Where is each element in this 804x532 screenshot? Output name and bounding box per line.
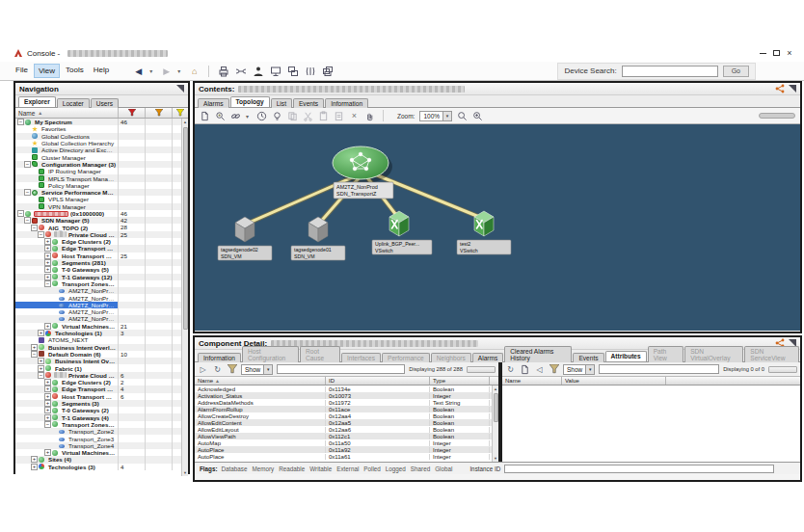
tree-item[interactable]: Cluster Manager	[15, 153, 188, 160]
collapse-toggle-icon[interactable]: −	[24, 189, 31, 196]
tree-item[interactable]: +T-1 Gateways (4)	[15, 413, 188, 420]
menu-view[interactable]: View	[34, 64, 60, 78]
back-menu-icon[interactable]: ▾	[149, 67, 155, 74]
expand-toggle-icon[interactable]: +	[38, 358, 44, 364]
expand-toggle-icon[interactable]: +	[31, 344, 38, 351]
show-dropdown-icon[interactable]: ▾	[263, 365, 272, 374]
attributes-scrollbar[interactable]: ▲ ▼	[492, 386, 498, 462]
expand-toggle-icon[interactable]: +	[44, 245, 51, 252]
expand-toggle-icon[interactable]: +	[38, 365, 44, 372]
attribute-row[interactable]: AllowCreateDestroy0x12aa4Boolean	[195, 412, 498, 419]
split-view-icon[interactable]	[304, 65, 316, 77]
contents-tab-events[interactable]: Events	[293, 98, 324, 108]
column-header-value[interactable]: Value	[562, 377, 666, 385]
tree-item[interactable]: −SDN Manager (5)42	[15, 217, 188, 224]
vswitch-node[interactable]: test2 VSwitch	[457, 211, 511, 254]
tree-item[interactable]: IP Routing Manager	[15, 168, 188, 174]
attribute-row[interactable]: AutoMap0x11a50Integer	[195, 439, 498, 446]
alarm-icon[interactable]	[272, 111, 282, 121]
show-dropdown-icon[interactable]: ▾	[585, 365, 594, 374]
tree-item[interactable]: +Technologies (1)3	[15, 330, 188, 336]
expand-toggle-icon[interactable]: +	[44, 379, 51, 386]
attribute-row[interactable]: Acknowledged0x1134eBoolean	[195, 386, 498, 392]
instance-id-input[interactable]	[504, 465, 774, 473]
contents-tab-list[interactable]: List	[271, 98, 292, 108]
expand-toggle-icon[interactable]: +	[44, 238, 51, 245]
attribute-row[interactable]: AllowEditContent0x12aa5Boolean	[195, 419, 498, 426]
play-icon[interactable]: ▷	[198, 364, 208, 375]
tree-item[interactable]: +T-0 Gateways (5)	[15, 266, 188, 273]
go-up-icon[interactable]: ⌂	[188, 65, 201, 77]
delete-x-icon[interactable]: ×	[349, 111, 360, 121]
attribute-row[interactable]: AutoPlace0x11a92Integer	[195, 446, 498, 453]
detail-tab-attributes[interactable]: Attributes	[605, 351, 647, 361]
nav-tab-users[interactable]: Users	[91, 98, 119, 108]
tree-item[interactable]: +Edge Clusters (2)	[15, 238, 188, 245]
major-alarm-filter-icon[interactable]	[145, 108, 172, 118]
column-header-name[interactable]: Name	[502, 377, 562, 385]
new-document-icon[interactable]	[200, 111, 210, 121]
tree-item[interactable]: Transport_Zone4	[15, 442, 188, 449]
paste-icon[interactable]	[318, 111, 329, 121]
tree-item[interactable]: AM2TZ_NonProd_Bridge_VL...	[15, 287, 188, 294]
collapse-toggle-icon[interactable]: −	[17, 210, 24, 217]
tree-item[interactable]: AM2TZ_NonProd_VLAN_Pe...	[15, 302, 188, 308]
tree-item[interactable]: +Virtual Machines (102)21	[15, 323, 188, 330]
tree-item[interactable]: +Virtual Machines (2)	[15, 449, 188, 456]
detail-tab-events[interactable]: Events	[573, 353, 603, 362]
scroll-up-icon[interactable]: ▲	[494, 386, 497, 392]
column-header-type[interactable]: Type	[430, 377, 490, 385]
tree-item[interactable]: +T-0 Gateways (2)	[15, 407, 188, 413]
link-icon[interactable]	[230, 111, 241, 121]
tree-item[interactable]: Favorites	[15, 125, 188, 132]
link-menu-icon[interactable]: ▾	[246, 113, 252, 120]
expand-toggle-icon[interactable]: +	[44, 400, 51, 407]
tree-item[interactable]: +Segments (281)	[15, 259, 188, 266]
tree-item[interactable]: −Private Cloud (2)25	[15, 231, 188, 238]
monitor-icon[interactable]	[269, 65, 281, 77]
contents-tab-topology[interactable]: Topology	[230, 96, 270, 107]
critical-alarm-filter-icon[interactable]	[118, 108, 145, 118]
tree-item[interactable]: +Edge Transport Nodes (4)4	[15, 386, 188, 392]
tree-item[interactable]: +Business Intent Overlays (4)	[15, 344, 188, 351]
expand-toggle-icon[interactable]: +	[44, 323, 51, 330]
tree-item[interactable]: Policy Manager	[15, 182, 188, 189]
scroll-down-icon[interactable]: ▼	[183, 469, 187, 476]
minimize-button[interactable]	[756, 47, 769, 59]
expand-toggle-icon[interactable]: +	[44, 274, 51, 280]
cascade-windows-icon[interactable]	[321, 65, 334, 77]
detail-tab-alarms[interactable]: Alarms	[472, 353, 504, 362]
zoom-select[interactable]: 100% ▾	[419, 111, 452, 121]
pin-icon[interactable]	[789, 85, 796, 93]
detail-tab-information[interactable]: Information	[198, 353, 241, 362]
refresh-icon[interactable]: ↻	[505, 364, 516, 375]
tree-item[interactable]: +Fabric (1)	[15, 364, 188, 371]
tree-item[interactable]: +Host Transport Nodes (4)25	[15, 253, 188, 259]
hand-select-icon[interactable]	[364, 111, 375, 121]
minor-alarm-filter-icon[interactable]	[172, 108, 188, 118]
menu-file[interactable]: File	[12, 64, 32, 78]
attributes-show-select[interactable]: Show ▾	[241, 364, 273, 375]
expand-toggle-icon[interactable]: +	[44, 266, 51, 273]
vm-node[interactable]: tagsedgenode02 SDN_VM	[218, 217, 272, 260]
collapse-toggle-icon[interactable]: −	[24, 161, 31, 168]
menu-help[interactable]: Help	[90, 64, 113, 78]
values-show-select[interactable]: Show ▾	[563, 364, 595, 375]
tree-item[interactable]: −(0x1000000)46	[15, 210, 188, 217]
tree-item[interactable]: +Sites (4)	[15, 456, 188, 463]
expand-toggle-icon[interactable]: +	[44, 449, 51, 456]
tree-item[interactable]: +Edge Clusters (2)2	[15, 379, 188, 386]
attributes-filter-input[interactable]	[277, 364, 405, 374]
zoom-dropdown-icon[interactable]: ▾	[442, 112, 451, 120]
tree-item[interactable]: −Private Cloud (3)6	[15, 372, 188, 379]
tree-item[interactable]: Global Collections	[15, 133, 188, 140]
document-icon[interactable]	[520, 364, 530, 375]
expand-toggle-icon[interactable]: +	[44, 393, 51, 400]
menu-tools[interactable]: Tools	[62, 64, 88, 78]
vm-node[interactable]: tagsedgenode01 SDN_VM	[291, 217, 345, 260]
topology-canvas[interactable]: AM2TZ_NonProd SDN_TransportZ tagsedgenod…	[195, 124, 800, 331]
collapse-toggle-icon[interactable]: −	[44, 421, 51, 428]
detail-tab-cleared-alarms-history[interactable]: Cleared Alarms History	[504, 346, 572, 362]
collapse-toggle-icon[interactable]: −	[24, 217, 31, 224]
tree-scrollbar[interactable]: ▲ ▼	[181, 119, 188, 476]
